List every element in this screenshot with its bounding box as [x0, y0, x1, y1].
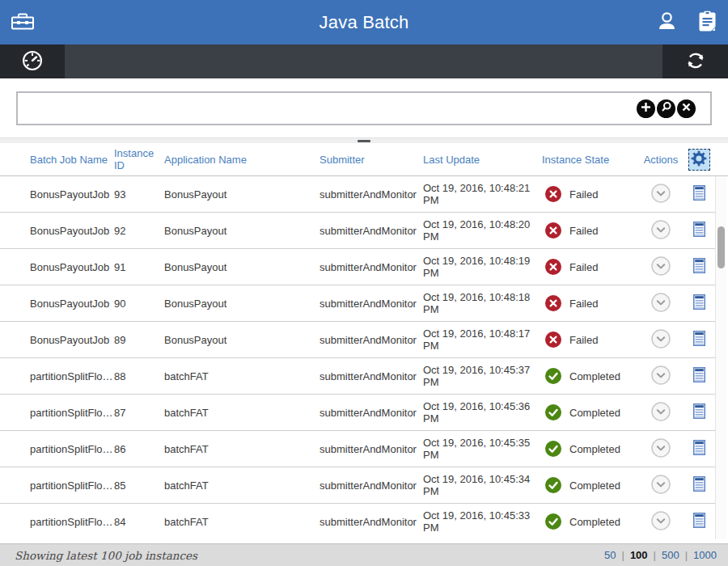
- failed-icon: [545, 332, 561, 348]
- completed-icon: [545, 513, 561, 530]
- column-header-submitter[interactable]: Submitter: [320, 154, 423, 166]
- add-filter-button[interactable]: [637, 99, 655, 118]
- state-label: Failed: [569, 225, 598, 237]
- gear-icon: [690, 150, 708, 170]
- cell-submitter: submitterAndMonitor: [320, 479, 423, 492]
- cell-last-update: Oct 19, 2016, 10:45:37 PM: [423, 364, 542, 388]
- cell-instance-id: 93: [114, 188, 164, 201]
- row-actions-button[interactable]: [651, 293, 671, 315]
- table-row: partitionSplitFlo… 86 batchFAT submitter…: [0, 431, 715, 467]
- cell-job-log: [687, 222, 711, 239]
- refresh-icon: [684, 49, 707, 74]
- tasks-button[interactable]: [698, 11, 717, 35]
- separator: [622, 549, 624, 561]
- cell-batch-job-name: partitionSplitFlo…: [30, 407, 114, 419]
- panel-splitter[interactable]: [0, 137, 728, 143]
- cell-application-name: batchFAT: [164, 407, 320, 419]
- row-actions-button[interactable]: [651, 402, 671, 424]
- state-label: Failed: [569, 261, 598, 273]
- cell-actions: [643, 329, 679, 351]
- cell-instance-state: Completed: [542, 477, 643, 493]
- job-log-button[interactable]: [693, 403, 705, 421]
- cell-instance-id: 86: [114, 443, 164, 455]
- cell-instance-state: Failed: [542, 259, 643, 275]
- cell-instance-state: Failed: [542, 332, 643, 348]
- state-label: Completed: [569, 516, 620, 528]
- cell-actions: [643, 220, 679, 242]
- row-actions-button[interactable]: [651, 365, 671, 387]
- vertical-scrollbar[interactable]: [715, 176, 726, 539]
- row-actions-button[interactable]: [651, 220, 671, 242]
- job-log-button[interactable]: [693, 440, 705, 458]
- chevron-down-icon: [651, 402, 671, 424]
- row-actions-button[interactable]: [651, 511, 671, 533]
- cell-application-name: batchFAT: [164, 370, 320, 382]
- row-actions-button[interactable]: [651, 438, 671, 460]
- cell-submitter: submitterAndMonitor: [320, 334, 423, 346]
- job-log-button[interactable]: [693, 367, 705, 385]
- cell-actions: [643, 511, 679, 533]
- log-icon: [693, 331, 705, 348]
- table-body: BonusPayoutJob 93 BonusPayout submitterA…: [0, 176, 715, 539]
- cell-actions: [643, 256, 679, 278]
- row-actions-button[interactable]: [651, 256, 671, 278]
- job-log-button[interactable]: [693, 185, 705, 203]
- page-size-100[interactable]: 100: [630, 549, 648, 561]
- search-input[interactable]: [18, 93, 637, 124]
- search-icon: [657, 98, 675, 119]
- job-log-button[interactable]: [693, 476, 705, 494]
- cell-actions: [643, 365, 679, 387]
- column-settings-button[interactable]: [688, 149, 710, 171]
- cell-instance-state: Completed: [542, 513, 643, 530]
- cell-batch-job-name: partitionSplitFlo…: [30, 370, 114, 382]
- row-actions-button[interactable]: [651, 475, 671, 496]
- plus-icon: [637, 98, 655, 119]
- user-button[interactable]: [656, 11, 678, 35]
- cell-instance-state: Completed: [542, 404, 643, 420]
- search-actions: [637, 99, 710, 118]
- cell-submitter: submitterAndMonitor: [320, 407, 423, 419]
- column-header-instance-state[interactable]: Instance State: [542, 154, 643, 166]
- column-header-instance-id[interactable]: Instance ID: [114, 147, 164, 171]
- table-row: BonusPayoutJob 93 BonusPayout submitterA…: [0, 176, 715, 213]
- table-row: BonusPayoutJob 90 BonusPayout submitterA…: [0, 285, 715, 322]
- job-log-button[interactable]: [693, 258, 705, 276]
- scrollbar-thumb[interactable]: [717, 226, 725, 268]
- refresh-button[interactable]: [662, 44, 728, 78]
- page-size-selector: 50 100 500 1000: [604, 549, 717, 561]
- cell-batch-job-name: partitionSplitFlo…: [30, 516, 114, 528]
- column-header-application-name[interactable]: Application Name: [164, 154, 320, 166]
- job-log-button[interactable]: [693, 294, 705, 312]
- page-size-1000[interactable]: 1000: [693, 549, 717, 561]
- cell-instance-id: 88: [114, 370, 164, 382]
- cell-last-update: Oct 19, 2016, 10:45:36 PM: [423, 400, 542, 424]
- job-log-button[interactable]: [693, 331, 705, 348]
- dashboard-button[interactable]: [0, 44, 65, 78]
- cell-application-name: batchFAT: [164, 443, 320, 455]
- row-actions-button[interactable]: [651, 184, 671, 205]
- cell-last-update: Oct 19, 2016, 10:45:35 PM: [423, 437, 542, 461]
- chevron-down-icon: [651, 293, 671, 315]
- chevron-down-icon: [651, 256, 671, 278]
- footer: Showing latest 100 job instances 50 100 …: [0, 543, 728, 566]
- java-batch-tool: Java Batch: [0, 0, 728, 566]
- job-log-button[interactable]: [693, 222, 705, 239]
- separator: [654, 549, 656, 561]
- cell-actions: [643, 475, 679, 496]
- job-log-button[interactable]: [693, 513, 705, 530]
- page-size-500[interactable]: 500: [662, 549, 679, 561]
- column-header-batch-job-name[interactable]: Batch Job Name: [30, 154, 114, 166]
- search-button[interactable]: [657, 99, 675, 118]
- clear-search-button[interactable]: [677, 99, 696, 118]
- cell-application-name: BonusPayout: [164, 225, 320, 237]
- log-icon: [693, 513, 705, 530]
- toolbox-button[interactable]: [11, 11, 35, 34]
- row-actions-button[interactable]: [651, 329, 671, 351]
- state-label: Completed: [569, 443, 620, 455]
- chevron-down-icon: [651, 475, 671, 496]
- state-label: Failed: [569, 298, 598, 310]
- completed-icon: [545, 404, 561, 420]
- column-header-last-update[interactable]: Last Update: [423, 154, 542, 166]
- page-size-50[interactable]: 50: [604, 549, 616, 561]
- log-icon: [693, 185, 705, 203]
